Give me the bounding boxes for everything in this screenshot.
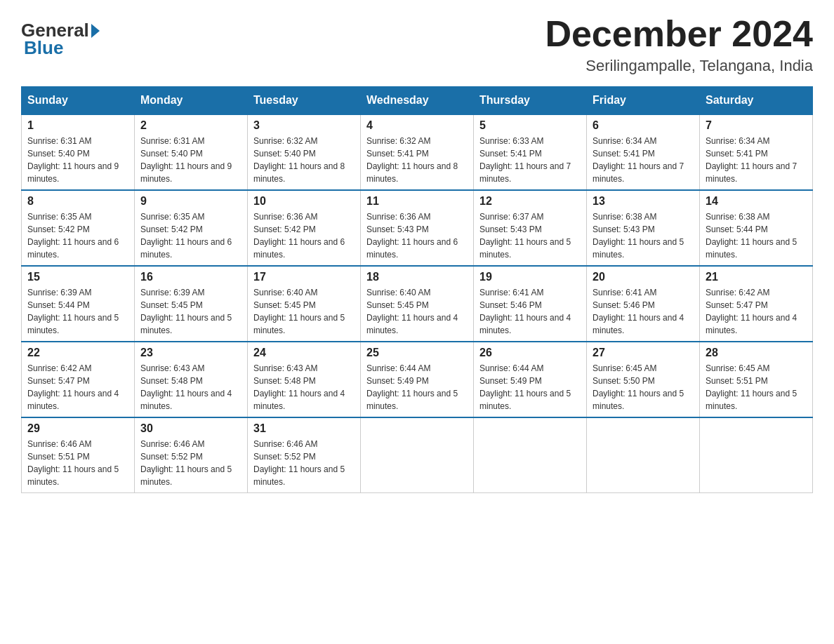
day-info: Sunrise: 6:35 AMSunset: 5:42 PMDaylight:… xyxy=(27,210,128,261)
day-number: 28 xyxy=(706,347,807,359)
day-info: Sunrise: 6:45 AMSunset: 5:51 PMDaylight:… xyxy=(706,362,807,412)
calendar-cell: 2 Sunrise: 6:31 AMSunset: 5:40 PMDayligh… xyxy=(135,114,248,190)
calendar-cell: 13 Sunrise: 6:38 AMSunset: 5:43 PMDaylig… xyxy=(587,190,700,266)
calendar-cell: 17 Sunrise: 6:40 AMSunset: 5:45 PMDaylig… xyxy=(248,266,361,342)
logo-arrow-icon xyxy=(91,24,100,38)
day-number: 24 xyxy=(253,347,355,359)
day-number: 23 xyxy=(140,347,241,359)
day-number: 17 xyxy=(253,271,355,283)
day-info: Sunrise: 6:44 AMSunset: 5:49 PMDaylight:… xyxy=(366,362,468,412)
day-info: Sunrise: 6:43 AMSunset: 5:48 PMDaylight:… xyxy=(140,362,241,412)
calendar-cell: 9 Sunrise: 6:35 AMSunset: 5:42 PMDayligh… xyxy=(135,190,248,266)
calendar-cell: 5 Sunrise: 6:33 AMSunset: 5:41 PMDayligh… xyxy=(474,114,587,190)
weekday-header-friday: Friday xyxy=(587,87,700,115)
calendar-cell: 25 Sunrise: 6:44 AMSunset: 5:49 PMDaylig… xyxy=(361,342,474,417)
day-number: 27 xyxy=(593,347,694,359)
day-info: Sunrise: 6:38 AMSunset: 5:44 PMDaylight:… xyxy=(706,210,807,261)
day-info: Sunrise: 6:45 AMSunset: 5:50 PMDaylight:… xyxy=(593,362,694,412)
day-number: 9 xyxy=(140,195,241,208)
calendar-cell: 12 Sunrise: 6:37 AMSunset: 5:43 PMDaylig… xyxy=(474,190,587,266)
calendar-cell: 14 Sunrise: 6:38 AMSunset: 5:44 PMDaylig… xyxy=(700,190,813,266)
calendar-cell: 28 Sunrise: 6:45 AMSunset: 5:51 PMDaylig… xyxy=(700,342,813,417)
day-number: 7 xyxy=(706,119,807,132)
day-info: Sunrise: 6:44 AMSunset: 5:49 PMDaylight:… xyxy=(479,362,581,412)
day-number: 2 xyxy=(140,119,241,132)
logo: General Blue xyxy=(21,20,102,59)
day-info: Sunrise: 6:38 AMSunset: 5:43 PMDaylight:… xyxy=(593,210,694,261)
day-number: 6 xyxy=(593,119,694,132)
calendar-cell: 3 Sunrise: 6:32 AMSunset: 5:40 PMDayligh… xyxy=(248,114,361,190)
calendar-cell: 15 Sunrise: 6:39 AMSunset: 5:44 PMDaylig… xyxy=(22,266,135,342)
calendar-cell: 29 Sunrise: 6:46 AMSunset: 5:51 PMDaylig… xyxy=(22,417,135,493)
day-number: 20 xyxy=(593,271,694,283)
weekday-header-sunday: Sunday xyxy=(22,87,135,115)
day-number: 31 xyxy=(253,422,355,435)
day-number: 8 xyxy=(27,195,128,208)
day-number: 25 xyxy=(366,347,468,359)
day-number: 26 xyxy=(479,347,581,359)
day-number: 14 xyxy=(706,195,807,208)
weekday-header-monday: Monday xyxy=(135,87,248,115)
calendar-cell: 20 Sunrise: 6:41 AMSunset: 5:46 PMDaylig… xyxy=(587,266,700,342)
calendar-cell: 31 Sunrise: 6:46 AMSunset: 5:52 PMDaylig… xyxy=(248,417,361,493)
calendar-cell xyxy=(700,417,813,493)
day-number: 30 xyxy=(140,422,241,435)
calendar-cell: 19 Sunrise: 6:41 AMSunset: 5:46 PMDaylig… xyxy=(474,266,587,342)
day-info: Sunrise: 6:31 AMSunset: 5:40 PMDaylight:… xyxy=(27,135,128,185)
calendar-cell: 26 Sunrise: 6:44 AMSunset: 5:49 PMDaylig… xyxy=(474,342,587,417)
week-row-3: 15 Sunrise: 6:39 AMSunset: 5:44 PMDaylig… xyxy=(22,266,813,342)
calendar-cell xyxy=(474,417,587,493)
day-info: Sunrise: 6:35 AMSunset: 5:42 PMDaylight:… xyxy=(140,210,241,261)
day-info: Sunrise: 6:36 AMSunset: 5:43 PMDaylight:… xyxy=(366,210,468,261)
day-info: Sunrise: 6:46 AMSunset: 5:51 PMDaylight:… xyxy=(27,438,128,488)
day-number: 1 xyxy=(27,119,128,132)
day-info: Sunrise: 6:42 AMSunset: 5:47 PMDaylight:… xyxy=(27,362,128,412)
day-number: 10 xyxy=(253,195,355,208)
calendar-cell: 16 Sunrise: 6:39 AMSunset: 5:45 PMDaylig… xyxy=(135,266,248,342)
weekday-header-saturday: Saturday xyxy=(700,87,813,115)
day-number: 11 xyxy=(366,195,468,208)
calendar-cell xyxy=(361,417,474,493)
logo-blue-text: Blue xyxy=(24,37,63,58)
day-info: Sunrise: 6:34 AMSunset: 5:41 PMDaylight:… xyxy=(706,135,807,185)
day-info: Sunrise: 6:40 AMSunset: 5:45 PMDaylight:… xyxy=(366,286,468,337)
location-subtitle: Serilingampalle, Telangana, India xyxy=(545,57,813,75)
day-number: 12 xyxy=(479,195,581,208)
day-info: Sunrise: 6:40 AMSunset: 5:45 PMDaylight:… xyxy=(253,286,355,337)
day-info: Sunrise: 6:43 AMSunset: 5:48 PMDaylight:… xyxy=(253,362,355,412)
day-info: Sunrise: 6:37 AMSunset: 5:43 PMDaylight:… xyxy=(479,210,581,261)
day-info: Sunrise: 6:39 AMSunset: 5:45 PMDaylight:… xyxy=(140,286,241,337)
day-info: Sunrise: 6:46 AMSunset: 5:52 PMDaylight:… xyxy=(140,438,241,488)
weekday-header-thursday: Thursday xyxy=(474,87,587,115)
day-info: Sunrise: 6:46 AMSunset: 5:52 PMDaylight:… xyxy=(253,438,355,488)
calendar-cell: 6 Sunrise: 6:34 AMSunset: 5:41 PMDayligh… xyxy=(587,114,700,190)
weekday-header-row: SundayMondayTuesdayWednesdayThursdayFrid… xyxy=(22,87,813,115)
week-row-4: 22 Sunrise: 6:42 AMSunset: 5:47 PMDaylig… xyxy=(22,342,813,417)
day-number: 15 xyxy=(27,271,128,283)
calendar-cell: 30 Sunrise: 6:46 AMSunset: 5:52 PMDaylig… xyxy=(135,417,248,493)
day-number: 5 xyxy=(479,119,581,132)
calendar-cell: 22 Sunrise: 6:42 AMSunset: 5:47 PMDaylig… xyxy=(22,342,135,417)
calendar-cell: 4 Sunrise: 6:32 AMSunset: 5:41 PMDayligh… xyxy=(361,114,474,190)
day-number: 4 xyxy=(366,119,468,132)
calendar-cell: 8 Sunrise: 6:35 AMSunset: 5:42 PMDayligh… xyxy=(22,190,135,266)
calendar-cell: 24 Sunrise: 6:43 AMSunset: 5:48 PMDaylig… xyxy=(248,342,361,417)
month-year-title: December 2024 xyxy=(545,14,813,54)
week-row-1: 1 Sunrise: 6:31 AMSunset: 5:40 PMDayligh… xyxy=(22,114,813,190)
day-info: Sunrise: 6:32 AMSunset: 5:40 PMDaylight:… xyxy=(253,135,355,185)
day-info: Sunrise: 6:34 AMSunset: 5:41 PMDaylight:… xyxy=(593,135,694,185)
day-number: 29 xyxy=(27,422,128,435)
day-number: 22 xyxy=(27,347,128,359)
day-number: 19 xyxy=(479,271,581,283)
calendar-cell: 18 Sunrise: 6:40 AMSunset: 5:45 PMDaylig… xyxy=(361,266,474,342)
calendar-table: SundayMondayTuesdayWednesdayThursdayFrid… xyxy=(21,86,813,493)
day-info: Sunrise: 6:42 AMSunset: 5:47 PMDaylight:… xyxy=(706,286,807,337)
title-area: December 2024 Serilingampalle, Telangana… xyxy=(545,14,813,75)
calendar-cell: 10 Sunrise: 6:36 AMSunset: 5:42 PMDaylig… xyxy=(248,190,361,266)
day-number: 13 xyxy=(593,195,694,208)
day-number: 16 xyxy=(140,271,241,283)
calendar-cell xyxy=(587,417,700,493)
weekday-header-wednesday: Wednesday xyxy=(361,87,474,115)
calendar-cell: 21 Sunrise: 6:42 AMSunset: 5:47 PMDaylig… xyxy=(700,266,813,342)
calendar-cell: 23 Sunrise: 6:43 AMSunset: 5:48 PMDaylig… xyxy=(135,342,248,417)
